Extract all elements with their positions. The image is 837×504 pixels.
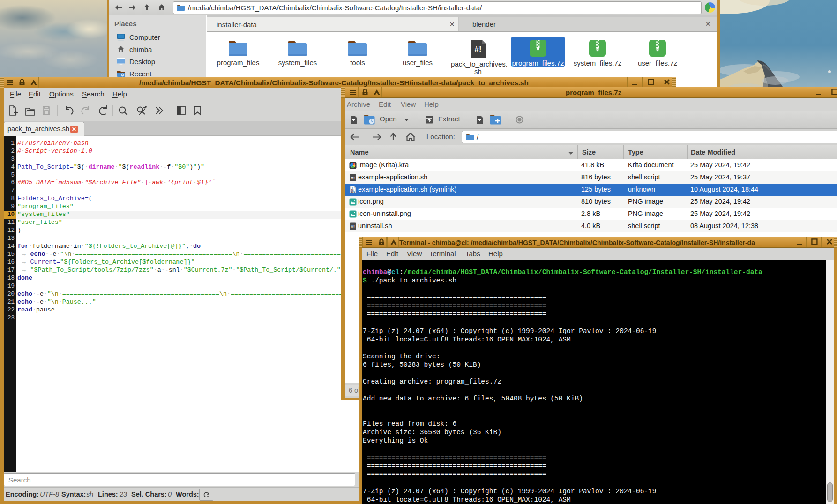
svg-text:#!: #! xyxy=(351,224,355,229)
svg-text:#!: #! xyxy=(351,176,355,180)
svg-text:101: 101 xyxy=(351,191,355,193)
svg-text:#!: #! xyxy=(474,44,481,53)
